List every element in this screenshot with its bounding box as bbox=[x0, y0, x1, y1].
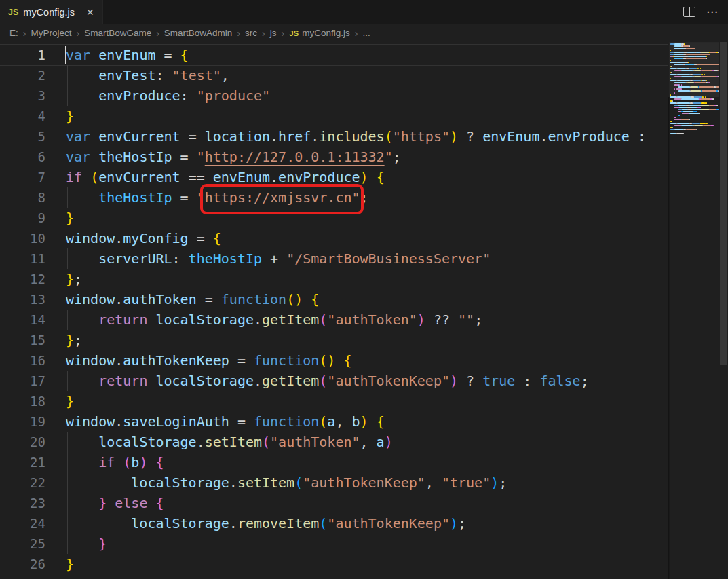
breadcrumb-item[interactable]: ›SmartBowAdmin bbox=[151, 28, 232, 39]
vertical-scrollbar[interactable] bbox=[719, 42, 728, 579]
code-line[interactable]: 23 } else { bbox=[0, 493, 668, 513]
line-number: 16 bbox=[0, 350, 66, 371]
code-line[interactable]: 5var envCurrent = location.href.includes… bbox=[0, 126, 668, 147]
code-token: . bbox=[311, 128, 319, 145]
code-token: authTokenKeep bbox=[123, 352, 229, 369]
code-line[interactable]: 24 localStorage.removeItem("authTokenKee… bbox=[0, 513, 668, 534]
breadcrumb-separator-icon: › bbox=[23, 28, 26, 39]
tab-myconfig-js[interactable]: JS myConfig.js ✕ bbox=[0, 0, 103, 24]
code-line[interactable]: 19window.saveLoginAuth = function(a, b) … bbox=[0, 411, 668, 432]
indent-guide bbox=[67, 513, 68, 534]
breadcrumb-item[interactable]: ›MyProject bbox=[18, 28, 72, 39]
code-token: http://127.0.0.1:11332 bbox=[205, 149, 385, 165]
code-token: ) bbox=[335, 576, 343, 579]
code-token: localStorage bbox=[155, 312, 254, 328]
code-line[interactable]: 13window.authToken = function() { bbox=[0, 289, 668, 310]
code-token: { bbox=[213, 230, 221, 246]
code-token: ( bbox=[319, 352, 327, 369]
code-token bbox=[66, 250, 98, 267]
code-token bbox=[66, 67, 98, 83]
code-line[interactable]: 6var theHostIp = "http://127.0.0.1:11332… bbox=[0, 147, 668, 167]
code-line[interactable]: 7if (envCurrent == envEnum.envProduce) { bbox=[0, 167, 668, 187]
code-token: function bbox=[254, 413, 319, 430]
code-token: "true" bbox=[442, 474, 491, 491]
code-line[interactable]: 9} bbox=[0, 208, 668, 228]
code-line[interactable]: 10window.myConfig = { bbox=[0, 228, 668, 248]
line-number: 27 bbox=[0, 574, 66, 579]
code-line[interactable]: 8 theHostIp = "https://xmjssvr.cn"; bbox=[0, 187, 668, 208]
code-token: " bbox=[351, 189, 360, 206]
code-token: = bbox=[172, 149, 197, 165]
code-token bbox=[66, 88, 98, 104]
breadcrumb-separator-icon: › bbox=[262, 28, 265, 39]
code-token: ? bbox=[458, 128, 482, 145]
breadcrumb-item[interactable]: E: bbox=[9, 28, 18, 38]
breadcrumb-separator-icon: › bbox=[156, 28, 159, 39]
breadcrumb-item[interactable]: ›JSmyConfig.js bbox=[276, 28, 349, 39]
code-token: "produce" bbox=[197, 88, 270, 104]
code-line[interactable]: 18} bbox=[0, 391, 668, 411]
code-token: myConfig bbox=[123, 230, 188, 246]
code-token: : bbox=[155, 67, 172, 83]
code-line[interactable]: 2 envTest: "test", bbox=[0, 65, 668, 86]
code-line[interactable]: 17 return localStorage.getItem("authToke… bbox=[0, 371, 668, 391]
breadcrumb-separator-icon: › bbox=[76, 28, 79, 39]
code-token: true bbox=[482, 373, 515, 389]
breadcrumb-item[interactable]: ›src bbox=[232, 28, 257, 39]
code-token: false bbox=[539, 373, 580, 389]
code-token: https://xmjssvr.cn bbox=[205, 189, 352, 206]
line-number: 15 bbox=[0, 330, 66, 350]
code-line[interactable]: 16window.authTokenKeep = function() { bbox=[0, 350, 668, 371]
code-line[interactable]: 25 } bbox=[0, 534, 668, 554]
split-editor-icon[interactable] bbox=[683, 7, 695, 17]
code-line[interactable]: 12}; bbox=[0, 269, 668, 289]
code-line[interactable]: 1var envEnum = { bbox=[0, 45, 668, 65]
breadcrumb-item[interactable]: ›js bbox=[257, 28, 276, 39]
tab-label: myConfig.js bbox=[23, 7, 75, 18]
code-token bbox=[368, 413, 377, 430]
breadcrumb-item[interactable]: ›... bbox=[350, 28, 370, 39]
code-line[interactable]: 26} bbox=[0, 554, 668, 574]
code-line[interactable]: 27window.clearLoginAuth = function() { bbox=[0, 574, 668, 579]
code-line[interactable]: 20 localStorage.setItem("authToken", a) bbox=[0, 432, 668, 452]
code-token: , bbox=[335, 413, 351, 430]
code-line[interactable]: 4} bbox=[0, 106, 668, 126]
code-editor[interactable]: 1var envEnum = {2 envTest: "test",3 envP… bbox=[0, 42, 668, 579]
indent-guide bbox=[67, 493, 68, 513]
code-token: return bbox=[98, 373, 155, 389]
code-token: " bbox=[197, 149, 205, 165]
breadcrumb-separator-icon: › bbox=[281, 28, 284, 39]
code-token: ; bbox=[458, 515, 466, 531]
code-token: includes bbox=[319, 128, 384, 145]
code-token: b bbox=[351, 413, 360, 430]
code-token: href bbox=[278, 128, 311, 145]
code-token: localStorage bbox=[131, 515, 229, 531]
line-number: 17 bbox=[0, 371, 66, 391]
code-token bbox=[343, 576, 351, 579]
minimap[interactable] bbox=[668, 42, 719, 579]
more-actions-icon[interactable]: ⋯ bbox=[706, 6, 719, 18]
close-icon[interactable]: ✕ bbox=[86, 7, 94, 17]
code-line[interactable]: 15}; bbox=[0, 330, 668, 350]
breadcrumb: E:›MyProject›SmartBowGame›SmartBowAdmin›… bbox=[0, 24, 728, 42]
code-token: } bbox=[66, 393, 74, 409]
scrollbar-slider[interactable] bbox=[720, 42, 727, 365]
code-token: . bbox=[254, 312, 262, 328]
code-token: ( bbox=[123, 454, 131, 470]
code-line[interactable]: 22 localStorage.setItem("authTokenKeep",… bbox=[0, 472, 668, 493]
code-token: . bbox=[229, 515, 237, 531]
code-token: { bbox=[351, 576, 360, 579]
code-line[interactable]: 11 serverURL: theHostIp + "/SmartBowBusi… bbox=[0, 248, 668, 269]
code-token bbox=[66, 515, 131, 531]
code-token: function bbox=[262, 576, 327, 579]
breadcrumb-item[interactable]: ›SmartBowGame bbox=[71, 28, 151, 39]
code-line[interactable]: 21 if (b) { bbox=[0, 452, 668, 472]
code-token: if bbox=[66, 169, 90, 185]
line-number: 2 bbox=[0, 65, 66, 86]
code-line[interactable]: 14 return localStorage.getItem("authToke… bbox=[0, 310, 668, 330]
code-token: var bbox=[66, 47, 98, 63]
code-line[interactable]: 3 envProduce: "produce" bbox=[0, 86, 668, 106]
code-token: : bbox=[180, 88, 197, 104]
code-token: ) bbox=[360, 413, 368, 430]
code-token: ; bbox=[474, 312, 482, 328]
